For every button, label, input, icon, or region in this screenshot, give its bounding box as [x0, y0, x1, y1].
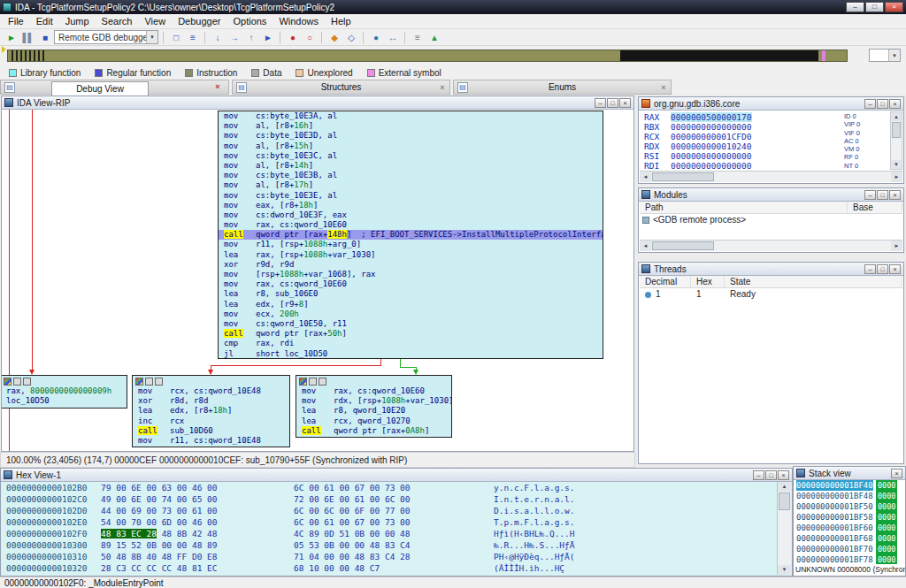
stack-row[interactable]: 000000000001BF600000	[795, 523, 904, 533]
asm-line[interactable]: movcs:byte_10E3D, al	[219, 131, 603, 141]
navigation-band[interactable]: ▼	[0, 46, 906, 65]
asm-line[interactable]: movcs:byte_10E3A, al	[219, 111, 603, 121]
asm-line[interactable]: movecx, 200h	[219, 309, 603, 319]
asm-line[interactable]: moveax, [r8+18h]	[219, 201, 603, 210]
window-maximize-icon[interactable]: □	[765, 470, 777, 480]
navband-zoom-select[interactable]: ▼	[869, 49, 901, 62]
tab-enums[interactable]: Enums	[468, 82, 656, 92]
chevron-down-icon[interactable]: ▼	[146, 31, 157, 43]
watch-list-icon[interactable]: ≡	[410, 30, 425, 44]
register-row[interactable]: RDX0000000000010240	[641, 141, 833, 151]
add-breakpoint-icon[interactable]: ●	[285, 30, 300, 44]
scroll-down-icon[interactable]: ▼	[778, 565, 791, 575]
asm-line[interactable]: callqword ptr [rax+148h] ; EFI_BOOT_SERV…	[219, 230, 603, 240]
refresh-memory-icon[interactable]: ↔	[385, 30, 400, 44]
debugger-select[interactable]: Remote GDB debugger▼	[54, 30, 158, 44]
graph-node-right[interactable]: movrax, cs:qword_10E60movrdx, [rsp+1088h…	[296, 375, 452, 438]
step-into-icon[interactable]: ↓	[210, 30, 225, 44]
asm-line[interactable]: movr11, cs:qword_10E48	[133, 436, 289, 446]
asm-line[interactable]: lear8, qword_10E20	[296, 406, 451, 416]
modules-column-path[interactable]: Path	[640, 202, 848, 213]
tab-debug-view[interactable]: Debug View	[51, 81, 149, 95]
registers-title-bar[interactable]: org.gnu.gdb.i386.core – □ ×	[639, 97, 903, 111]
asm-line[interactable]: movrax, cs:qword_10E60	[296, 386, 451, 396]
asm-line[interactable]: cmprax, rdi	[219, 339, 603, 348]
window-minimize-icon[interactable]: –	[595, 98, 606, 108]
hex-view-title-bar[interactable]: Hex View-1 – □ ×	[1, 469, 792, 482]
flag-nt[interactable]: NT 0	[844, 162, 881, 170]
stack-row[interactable]: 000000000001BF400000	[795, 480, 904, 491]
minimize-button[interactable]: –	[846, 2, 864, 12]
window-close-icon[interactable]: ×	[619, 98, 631, 108]
scroll-up-icon[interactable]: ▲	[891, 112, 902, 121]
ida-view-title-bar[interactable]: IDA View-RIP – □ ×	[2, 96, 633, 110]
register-row[interactable]: RAX0000000500000170	[641, 112, 833, 122]
asm-line[interactable]: movcs:qword_10E50, r11	[219, 319, 603, 329]
pause-process-icon[interactable]: ▌▌	[20, 30, 35, 44]
hex-body[interactable]: 00000000000102B079 00 6E 00 63 00 46 006…	[2, 482, 777, 575]
asm-line[interactable]: xorr8d, r8d	[133, 396, 289, 406]
stack-row[interactable]: 000000000001BF500000	[795, 501, 904, 512]
node-color-icon[interactable]	[299, 378, 307, 386]
flag-ac[interactable]: AC 0	[844, 137, 881, 145]
node-group-icon[interactable]	[309, 378, 317, 386]
close-button[interactable]: ×	[885, 2, 903, 12]
asm-line[interactable]: moval, [r8+14h]	[219, 161, 603, 171]
hex-row[interactable]: 000000000001030089 15 52 0B 00 00 48 890…	[2, 539, 777, 551]
flag-rf[interactable]: RF 0	[844, 153, 881, 161]
take-memory-snapshot-icon[interactable]: ●	[368, 30, 383, 44]
asm-line[interactable]: callqword ptr [rax+0A8h]	[296, 426, 451, 436]
asm-line[interactable]: movrax, cs:qword_10E60	[219, 220, 603, 230]
asm-line[interactable]: jlshort loc_10D50	[219, 349, 603, 359]
flag-vip[interactable]: VIP 0	[844, 120, 881, 128]
node-color-icon[interactable]	[135, 378, 143, 386]
menu-view[interactable]: View	[138, 15, 172, 27]
menu-help[interactable]: Help	[325, 15, 357, 27]
window-maximize-icon[interactable]: □	[877, 264, 888, 274]
menu-debugger[interactable]: Debugger	[172, 15, 226, 27]
close-tab-icon[interactable]: ×	[435, 83, 449, 92]
run-to-cursor-icon[interactable]: ►	[260, 30, 275, 44]
stack-row[interactable]: 000000000001BF780000	[795, 554, 904, 564]
hex-row[interactable]: 00000000000102B079 00 6E 00 63 00 46 006…	[2, 482, 777, 493]
register-row[interactable]: RBX0000000000000000	[641, 122, 833, 132]
scroll-right-icon[interactable]: ►	[891, 172, 902, 182]
stack-row[interactable]: 000000000001BF680000	[795, 533, 904, 544]
close-tab-icon[interactable]: ×	[656, 83, 671, 92]
window-close-icon[interactable]: ×	[778, 470, 789, 480]
asm-line[interactable]: movcs:byte_10E3E, al	[219, 191, 603, 201]
asm-line[interactable]: moval, [r8+15h]	[219, 141, 603, 151]
hex-row[interactable]: 00000000000102C049 00 6E 00 74 00 65 007…	[2, 493, 777, 505]
window-close-icon[interactable]: ×	[889, 264, 901, 274]
node-color-icon[interactable]	[4, 378, 12, 386]
attach-process-icon[interactable]: ◆	[326, 30, 342, 44]
asm-line[interactable]: movcs:dword_10E3F, eax	[219, 210, 603, 220]
register-row[interactable]: RCX000000000001CFD0	[641, 132, 833, 141]
window-minimize-icon[interactable]: –	[864, 264, 876, 274]
asm-line[interactable]: rax, 8000000000000009h	[2, 386, 127, 396]
asm-line[interactable]: movrcx, cs:qword_10E48	[133, 386, 289, 396]
asm-line[interactable]: mov[rsp+1088h+var_1068], rax	[219, 270, 603, 279]
breakpoint-list-icon[interactable]: ○	[302, 30, 317, 44]
register-row[interactable]: RDI0000000000000000	[641, 161, 833, 171]
menu-jump[interactable]: Jump	[59, 15, 96, 27]
scroll-down-icon[interactable]: ▼	[891, 160, 902, 169]
window-minimize-icon[interactable]: –	[864, 190, 876, 200]
flag-id[interactable]: ID 0	[844, 112, 881, 120]
asm-line[interactable]: movrdx, [rsp+1088h+var_1030]	[296, 396, 451, 406]
stack-row[interactable]: 000000000001BF700000	[795, 544, 904, 554]
hex-vertical-scrollbar[interactable]: ▲ ▼	[777, 482, 791, 575]
node-group-icon[interactable]	[145, 378, 153, 386]
threads-title-bar[interactable]: Threads – □ ×	[639, 263, 903, 276]
scroll-right-icon[interactable]: ►	[891, 241, 902, 251]
asm-line[interactable]: moval, [r8+16h]	[219, 121, 603, 131]
hex-row[interactable]: 00000000000102E054 00 70 00 6D 00 46 006…	[2, 516, 777, 528]
window-maximize-icon[interactable]: □	[607, 98, 618, 108]
window-maximize-icon[interactable]: □	[877, 99, 888, 109]
threads-column-hex[interactable]: Hex	[691, 276, 725, 287]
asm-line[interactable]: callsub_10D60	[133, 426, 289, 436]
stack-view-title-bar[interactable]: Stack view ×	[794, 467, 905, 480]
hex-row[interactable]: 00000000000102D044 00 69 00 73 00 61 006…	[2, 505, 777, 516]
asm-line[interactable]: movrax, cs:qword_10E60	[219, 279, 603, 289]
tracing-icon[interactable]: ▲	[426, 30, 441, 44]
